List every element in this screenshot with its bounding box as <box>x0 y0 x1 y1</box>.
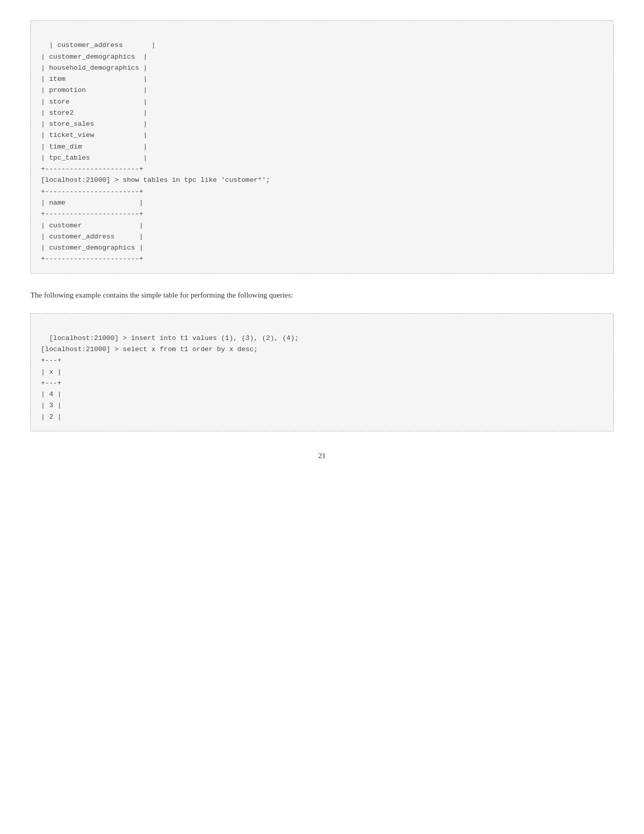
code-block-1-content: | customer_address | | customer_demograp… <box>41 41 270 263</box>
code-block-1: | customer_address | | customer_demograp… <box>30 20 614 274</box>
code-block-2-content: [localhost:21000] > insert into t1 value… <box>41 334 299 421</box>
page-number: 21 <box>30 452 614 460</box>
prose-text: The following example contains the simpl… <box>30 289 614 301</box>
code-block-2: [localhost:21000] > insert into t1 value… <box>30 313 614 431</box>
